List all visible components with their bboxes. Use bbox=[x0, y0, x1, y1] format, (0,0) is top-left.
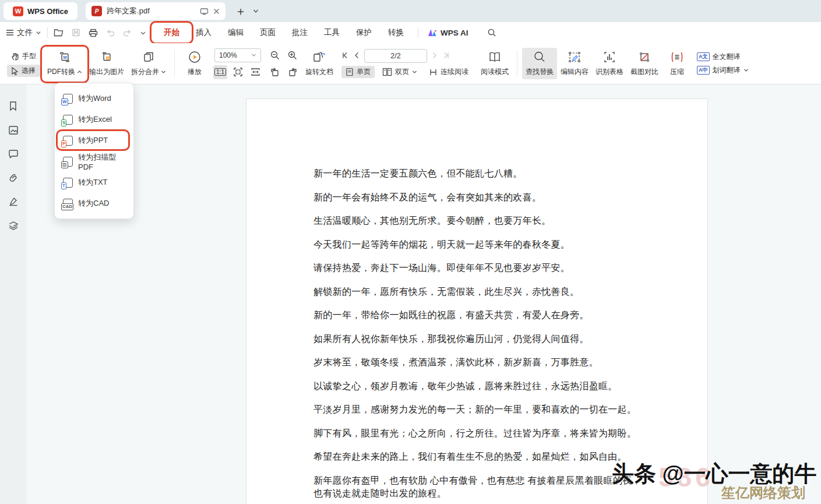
page-indicator-input[interactable] bbox=[364, 49, 427, 63]
document-text-line: 解锁新的一年，愿所有快乐，无需假装，此生尽兴，赤忱善良。 bbox=[313, 286, 684, 298]
comment-icon[interactable] bbox=[8, 149, 19, 158]
wps-logo-icon: W bbox=[13, 6, 23, 16]
split-merge-label: 拆分合并 bbox=[131, 67, 159, 77]
layers-icon[interactable] bbox=[8, 220, 19, 230]
split-merge-button[interactable]: 拆分合并 bbox=[128, 48, 170, 79]
rotate-document-button[interactable]: 旋转文档 bbox=[302, 48, 337, 79]
tab-insert[interactable]: 插入 bbox=[188, 25, 220, 40]
convert-menu-item[interactable]: W转为Word bbox=[55, 88, 133, 109]
convert-menu-item[interactable]: P转为PPT bbox=[55, 130, 133, 151]
word-translate-label: 划词翻译 bbox=[713, 65, 741, 75]
file-type-badge: P bbox=[61, 140, 66, 147]
continuous-read-icon bbox=[429, 68, 438, 76]
continuous-read-button[interactable]: 连续阅读 bbox=[425, 66, 473, 78]
rotate-right-icon[interactable] bbox=[286, 65, 299, 79]
caret-down-icon bbox=[161, 70, 166, 74]
document-tab[interactable]: P 跨年文案.pdf bbox=[86, 2, 225, 20]
play-button[interactable]: 播放 bbox=[179, 48, 210, 79]
tab-page[interactable]: 页面 bbox=[252, 25, 284, 40]
zoom-out-icon[interactable] bbox=[268, 48, 282, 62]
rotate-left-icon[interactable] bbox=[268, 65, 282, 79]
double-page-button[interactable]: 双页 bbox=[378, 66, 421, 78]
full-translate-button[interactable]: A文 全文翻译 bbox=[697, 52, 749, 62]
zoom-in-icon[interactable] bbox=[286, 48, 299, 62]
print-icon[interactable] bbox=[89, 29, 98, 37]
document-text-line: 请保持热爱，奔赴下一场山海。即使年年不见也要岁岁平安。 bbox=[313, 262, 684, 274]
close-tab-icon[interactable] bbox=[213, 8, 220, 15]
compress-label: 压缩 bbox=[670, 67, 684, 77]
screenshot-compare-button[interactable]: 截图对比 bbox=[627, 48, 662, 79]
read-mode-button[interactable]: 阅读模式 bbox=[477, 48, 512, 79]
redo-icon[interactable] bbox=[123, 29, 132, 37]
titlebar: W WPS Office P 跨年文案.pdf ＋ bbox=[0, 0, 821, 22]
undo-icon[interactable] bbox=[106, 29, 115, 37]
convert-menu-item-label: 转为CAD bbox=[78, 198, 109, 209]
export-image-button[interactable]: 输出为图片 bbox=[86, 48, 128, 79]
select-tool-button[interactable]: 选择 bbox=[7, 65, 40, 77]
signature-pen-icon[interactable] bbox=[8, 196, 19, 206]
play-icon bbox=[188, 50, 202, 64]
new-tab-button[interactable]: ＋ bbox=[235, 3, 246, 19]
tab-tools-label: 工具 bbox=[324, 28, 340, 37]
prev-page-icon[interactable] bbox=[354, 52, 360, 61]
fit-page-icon bbox=[233, 67, 243, 77]
file-menu-button[interactable]: 文件 bbox=[6, 27, 41, 38]
full-translate-label: 全文翻译 bbox=[713, 52, 741, 62]
document-text-line: 岁末将至，敬颂冬绥，煮酒温茶，满饮此杯，新岁新喜，万事胜意。 bbox=[313, 357, 684, 369]
tab-edit[interactable]: 编辑 bbox=[220, 25, 252, 40]
actual-size-button[interactable]: 1:1 bbox=[213, 65, 227, 79]
tab-tools[interactable]: 工具 bbox=[316, 25, 348, 40]
thumbnail-icon[interactable] bbox=[8, 125, 19, 135]
open-file-icon[interactable] bbox=[54, 29, 64, 37]
file-menu-label: 文件 bbox=[17, 27, 33, 38]
rotate-document-icon bbox=[312, 50, 327, 64]
document-text-line: 如果所有人祝你新年快乐，那我祝你遍历山河，仍觉得人间值得。 bbox=[313, 333, 684, 346]
divider bbox=[47, 27, 48, 38]
convert-menu-item[interactable]: CAD转为CAD bbox=[55, 193, 133, 214]
full-translate-icon: A文 bbox=[697, 52, 710, 61]
save-icon[interactable] bbox=[72, 29, 80, 37]
edit-content-label: 编辑内容 bbox=[561, 67, 589, 77]
file-type-icon: P bbox=[63, 136, 73, 146]
recognize-table-button[interactable]: 识别表格 bbox=[592, 48, 627, 79]
first-page-icon[interactable] bbox=[341, 52, 349, 61]
continuous-read-label: 连续阅读 bbox=[441, 67, 468, 77]
wps-ai-button[interactable]: WPS AI bbox=[428, 29, 468, 37]
convert-menu-item[interactable]: T转为TXT bbox=[55, 172, 133, 193]
zoom-select[interactable]: 100% bbox=[214, 48, 261, 62]
convert-menu-item-label: 转为TXT bbox=[78, 177, 108, 188]
convert-menu-item[interactable]: ▨转为扫描型PDF bbox=[55, 151, 133, 172]
pdf-file-icon: P bbox=[91, 6, 102, 16]
pdf-convert-button[interactable]: W PDF转换 bbox=[44, 48, 86, 79]
hand-tool-button[interactable]: 手型 bbox=[7, 50, 40, 62]
convert-menu-item[interactable]: S转为Excel bbox=[55, 109, 133, 130]
last-page-icon[interactable] bbox=[442, 52, 450, 61]
read-mode-icon bbox=[487, 50, 502, 64]
tab-home[interactable]: 开始 bbox=[156, 25, 188, 40]
app-name: WPS Office bbox=[27, 7, 68, 16]
document-text-line: 新的一年，带给你一如既往的祝愿，有盛天共赏，有爱人在身旁。 bbox=[313, 309, 684, 322]
single-page-button[interactable]: 单页 bbox=[341, 66, 375, 78]
float-window-icon[interactable] bbox=[200, 8, 209, 15]
tab-protect[interactable]: 保护 bbox=[348, 25, 380, 40]
pdf-page[interactable]: 新一年的生活一定要五颜六色，但不能乱七八糟。新的一年会有始终不及的运气，会有突如… bbox=[246, 98, 708, 504]
next-page-icon[interactable] bbox=[432, 52, 438, 61]
find-replace-button[interactable]: 查找替换 bbox=[522, 48, 557, 79]
tab-convert[interactable]: 转换 bbox=[380, 25, 412, 40]
word-translate-button[interactable]: A中 划词翻译 bbox=[697, 65, 749, 75]
fit-page-button[interactable] bbox=[231, 65, 245, 79]
fit-width-button[interactable] bbox=[248, 65, 262, 79]
tab-comment[interactable]: 批注 bbox=[284, 25, 316, 40]
attachment-icon[interactable] bbox=[8, 172, 19, 182]
single-page-label: 单页 bbox=[357, 67, 371, 77]
search-icon[interactable] bbox=[487, 28, 496, 37]
more-actions-chevron-icon[interactable] bbox=[140, 30, 146, 36]
edit-content-button[interactable]: 编辑内容 bbox=[557, 48, 592, 79]
compress-button[interactable]: 压缩 bbox=[662, 48, 692, 79]
pdf-convert-label: PDF转换 bbox=[47, 67, 75, 77]
convert-menu-item-label: 转为Word bbox=[78, 93, 111, 104]
document-text-line: 也有说走就走随时出发的旅程。 bbox=[313, 488, 684, 500]
app-home-tab[interactable]: W WPS Office bbox=[3, 2, 77, 20]
bookmark-icon[interactable] bbox=[8, 101, 18, 111]
tab-list-chevron-icon[interactable] bbox=[252, 8, 259, 15]
